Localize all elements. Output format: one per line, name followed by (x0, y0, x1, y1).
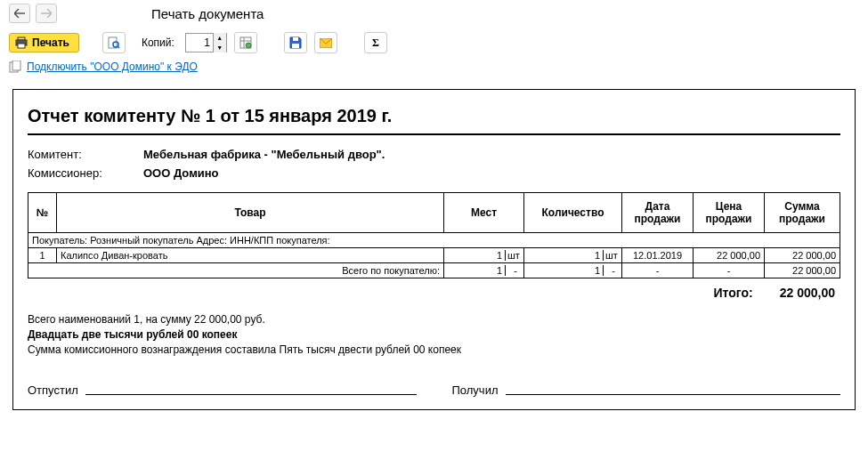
table-row: 1 Калипсо Диван-кровать 1 шт 1 шт 12.01.… (28, 248, 840, 263)
edo-icon (9, 61, 21, 73)
sum-button[interactable]: Σ (364, 32, 387, 53)
th-qty: Количество (524, 193, 622, 233)
print-button-label: Печать (32, 36, 69, 49)
copies-input[interactable] (186, 36, 213, 50)
cell-product: Калипсо Диван-кровать (57, 248, 444, 263)
cell-qty-unit: шт (604, 250, 621, 261)
cell-places-val: 1 (444, 250, 506, 261)
cell-places-unit: шт (506, 250, 523, 261)
subtotal-places-dash: - (506, 265, 523, 276)
document-preview: Отчет комитенту № 1 от 15 января 2019 г.… (12, 89, 856, 410)
copies-up-button[interactable]: ▲ (214, 33, 226, 43)
summary-block: Всего наименований 1, на сумму 22 000,00… (28, 312, 840, 357)
th-date: Дата продажи (622, 193, 694, 233)
grand-total: Итого: 22 000,00 (28, 286, 840, 300)
th-product: Товар (57, 193, 444, 233)
svg-rect-11 (292, 44, 299, 48)
buyer-row: Покупатель: Розничный покупатель Адрес: … (28, 233, 840, 248)
cell-num: 1 (28, 248, 57, 263)
table-settings-icon (239, 36, 252, 49)
cell-price: 22 000,00 (694, 248, 765, 263)
svg-line-5 (118, 46, 119, 48)
cell-qty-val: 1 (524, 250, 604, 261)
grand-total-label: Итого: (714, 286, 753, 300)
envelope-icon (320, 38, 332, 48)
received-signature: Получил (452, 383, 841, 397)
released-label: Отпустил (28, 383, 78, 397)
grand-total-value: 22 000,00 (780, 286, 835, 300)
th-sum: Сумма продажи (765, 193, 840, 233)
nav-back-button[interactable] (9, 4, 30, 23)
cell-sum: 22 000,00 (765, 248, 840, 263)
svg-rect-10 (293, 37, 298, 41)
received-line (506, 394, 841, 395)
subtotal-places: 1 (444, 265, 506, 276)
toolbar: Печать Копий: ▲ ▼ Σ (0, 27, 868, 59)
subtotal-price: - (694, 263, 765, 278)
th-places: Мест (444, 193, 524, 233)
svg-rect-14 (12, 61, 20, 70)
signatures-row: Отпустил Получил (28, 383, 840, 397)
svg-point-9 (246, 43, 251, 48)
released-signature: Отпустил (28, 383, 417, 397)
nav-forward-button[interactable] (36, 4, 57, 23)
copies-label: Копий: (142, 36, 174, 49)
cell-date: 12.01.2019 (622, 248, 694, 263)
subtotal-row: Всего по покупателю: 1 - 1 - - - 22 000,… (28, 263, 840, 278)
report-table: № Товар Мест Количество Дата продажи Цен… (28, 192, 840, 278)
subtotal-label: Всего по покупателю: (28, 263, 444, 278)
copies-down-button[interactable]: ▼ (214, 43, 226, 52)
svg-rect-2 (18, 44, 25, 48)
svg-rect-3 (109, 37, 117, 48)
copies-stepper[interactable]: ▲ ▼ (185, 33, 227, 52)
commissioner-row: Комиссионер: ООО Домино (28, 166, 840, 180)
edo-link[interactable]: Подключить "ООО Домино" к ЭДО (27, 61, 198, 73)
print-button[interactable]: Печать (9, 33, 79, 52)
header-bar: Печать документа (0, 0, 868, 27)
buyer-info: Покупатель: Розничный покупатель Адрес: … (28, 233, 840, 248)
principal-label: Комитент: (28, 148, 143, 161)
save-button[interactable] (284, 32, 307, 53)
th-num: № (28, 193, 57, 233)
commissioner-value: ООО Домино (143, 166, 219, 180)
summary-line1: Всего наименований 1, на сумму 22 000,00… (28, 312, 840, 327)
commissioner-label: Комиссионер: (28, 166, 143, 180)
page-title: Печать документа (151, 6, 264, 21)
summary-line3: Сумма комиссионного вознаграждения соста… (28, 343, 840, 358)
edo-bar: Подключить "ООО Домино" к ЭДО (0, 59, 868, 80)
principal-value: Мебельная фабрика - "Мебельный двор". (143, 148, 385, 161)
table-header-row: № Товар Мест Количество Дата продажи Цен… (28, 193, 840, 233)
email-button[interactable] (314, 32, 337, 53)
subtotal-qty: 1 (524, 265, 604, 276)
th-price: Цена продажи (694, 193, 765, 233)
doc-title: Отчет комитенту № 1 от 15 января 2019 г. (28, 106, 840, 126)
sigma-icon: Σ (372, 36, 379, 50)
magnifier-icon (108, 36, 120, 49)
settings-button[interactable] (234, 32, 257, 53)
subtotal-sum: 22 000,00 (765, 263, 840, 278)
subtotal-qty-dash: - (604, 265, 621, 276)
principal-row: Комитент: Мебельная фабрика - "Мебельный… (28, 148, 840, 161)
diskette-icon (289, 36, 302, 49)
title-divider (28, 133, 840, 135)
released-line (85, 394, 417, 395)
received-label: Получил (452, 383, 499, 397)
printer-icon (15, 36, 28, 49)
summary-line2: Двадцать две тысячи рублей 00 копеек (28, 327, 840, 343)
preview-button[interactable] (102, 32, 126, 53)
subtotal-date: - (622, 263, 694, 278)
